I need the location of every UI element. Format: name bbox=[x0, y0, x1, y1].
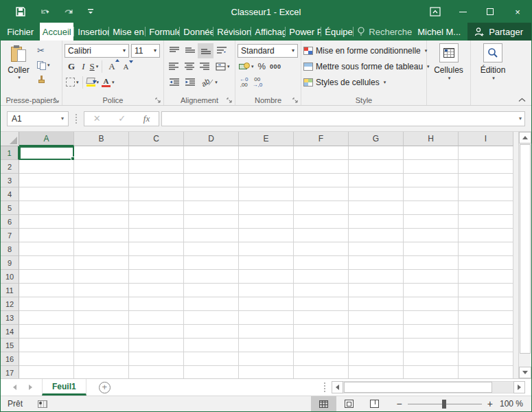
cell-C10[interactable] bbox=[129, 270, 184, 284]
row-header-2[interactable]: 2 bbox=[1, 160, 19, 174]
font-dialog-launcher-icon[interactable] bbox=[155, 98, 161, 104]
cell-D17[interactable] bbox=[184, 366, 239, 378]
cell-D15[interactable] bbox=[184, 339, 239, 352]
cell-C3[interactable] bbox=[129, 174, 184, 187]
cell-B17[interactable] bbox=[74, 366, 129, 378]
cell-F10[interactable] bbox=[294, 270, 349, 284]
horizontal-scrollbar-thumb[interactable] bbox=[344, 382, 492, 393]
user-account[interactable]: Michel M... bbox=[412, 23, 466, 41]
cell-H9[interactable] bbox=[404, 256, 459, 270]
editing-button[interactable]: Édition ▾ bbox=[471, 41, 515, 105]
cell-I2[interactable] bbox=[459, 160, 513, 174]
paste-button[interactable]: Coller ▾ bbox=[3, 43, 34, 94]
cell-F8[interactable] bbox=[294, 242, 349, 256]
cell-H4[interactable] bbox=[404, 187, 459, 201]
formula-bar-resize-handle[interactable] bbox=[76, 114, 77, 124]
tab-révision[interactable]: Révision bbox=[213, 23, 251, 41]
format-painter-button[interactable] bbox=[36, 73, 51, 88]
cell-I17[interactable] bbox=[459, 366, 513, 378]
cell-F14[interactable] bbox=[294, 325, 349, 339]
cell-I15[interactable] bbox=[459, 339, 513, 352]
cell-G2[interactable] bbox=[349, 160, 404, 174]
column-header-F[interactable]: F bbox=[294, 132, 349, 146]
row-header-7[interactable]: 7 bbox=[1, 229, 19, 242]
cell-F2[interactable] bbox=[294, 160, 349, 174]
cell-B5[interactable] bbox=[74, 201, 129, 215]
cell-C17[interactable] bbox=[129, 366, 184, 378]
cell-A1[interactable] bbox=[19, 146, 74, 160]
cells-dropdown-icon[interactable]: ▾ bbox=[448, 76, 451, 81]
cell-C14[interactable] bbox=[129, 325, 184, 339]
tab-power-pivot[interactable]: Power Pivot bbox=[285, 23, 321, 41]
cell-F9[interactable] bbox=[294, 256, 349, 270]
cell-B16[interactable] bbox=[74, 352, 129, 366]
cell-B14[interactable] bbox=[74, 325, 129, 339]
cell-G5[interactable] bbox=[349, 201, 404, 215]
column-header-H[interactable]: H bbox=[404, 132, 459, 146]
clipboard-dialog-launcher-icon[interactable] bbox=[54, 98, 60, 104]
cell-F7[interactable] bbox=[294, 229, 349, 242]
decrease-decimal-button[interactable]: 00 →,0 bbox=[250, 77, 264, 88]
fill-color-button[interactable]: ▾ bbox=[85, 75, 101, 90]
font-color-button[interactable]: A ▾ bbox=[100, 75, 116, 90]
vertical-scrollbar[interactable] bbox=[518, 132, 531, 378]
cell-F11[interactable] bbox=[294, 284, 349, 297]
column-header-E[interactable]: E bbox=[239, 132, 294, 146]
cell-D3[interactable] bbox=[184, 174, 239, 187]
row-header-16[interactable]: 16 bbox=[1, 352, 19, 366]
share-button[interactable]: Partager bbox=[467, 23, 531, 41]
cell-styles-button[interactable]: Styles de cellules▾ bbox=[303, 74, 424, 90]
cell-I10[interactable] bbox=[459, 270, 513, 284]
row-header-1[interactable]: 1 bbox=[1, 146, 19, 160]
cell-D16[interactable] bbox=[184, 352, 239, 366]
cell-I1[interactable] bbox=[459, 146, 513, 160]
cell-H6[interactable] bbox=[404, 215, 459, 229]
cell-D11[interactable] bbox=[184, 284, 239, 297]
cell-F17[interactable] bbox=[294, 366, 349, 378]
undo-button[interactable]: ▾ bbox=[32, 1, 56, 23]
cell-D14[interactable] bbox=[184, 325, 239, 339]
confirm-entry-icon[interactable]: ✓ bbox=[118, 113, 126, 124]
cell-C11[interactable] bbox=[129, 284, 184, 297]
cell-F15[interactable] bbox=[294, 339, 349, 352]
cell-C9[interactable] bbox=[129, 256, 184, 270]
vertical-scrollbar-thumb[interactable] bbox=[520, 144, 531, 354]
cells-button[interactable]: Cellules ▾ bbox=[427, 41, 471, 105]
tab-accueil[interactable]: Accueil bbox=[40, 23, 73, 41]
cell-H2[interactable] bbox=[404, 160, 459, 174]
cell-D9[interactable] bbox=[184, 256, 239, 270]
cell-I7[interactable] bbox=[459, 229, 513, 242]
row-header-12[interactable]: 12 bbox=[1, 297, 19, 311]
conditional-formatting-button[interactable]: Mise en forme conditionnelle▾ bbox=[303, 43, 424, 58]
save-button[interactable] bbox=[9, 1, 32, 23]
cell-B3[interactable] bbox=[74, 174, 129, 187]
row-header-6[interactable]: 6 bbox=[1, 215, 19, 229]
cell-B9[interactable] bbox=[74, 256, 129, 270]
cell-C6[interactable] bbox=[129, 215, 184, 229]
cell-E4[interactable] bbox=[239, 187, 294, 201]
cell-E9[interactable] bbox=[239, 256, 294, 270]
cell-G4[interactable] bbox=[349, 187, 404, 201]
zoom-slider-thumb[interactable] bbox=[442, 400, 446, 409]
ribbon-display-options-button[interactable] bbox=[421, 1, 449, 23]
cell-E17[interactable] bbox=[239, 366, 294, 378]
cell-G6[interactable] bbox=[349, 215, 404, 229]
cell-G16[interactable] bbox=[349, 352, 404, 366]
cell-D10[interactable] bbox=[184, 270, 239, 284]
cell-B7[interactable] bbox=[74, 229, 129, 242]
cell-I12[interactable] bbox=[459, 297, 513, 311]
cell-F16[interactable] bbox=[294, 352, 349, 366]
increase-font-size-button[interactable]: A bbox=[104, 59, 119, 74]
cell-G17[interactable] bbox=[349, 366, 404, 378]
cell-B8[interactable] bbox=[74, 242, 129, 256]
tab-affichage[interactable]: Affichage bbox=[251, 23, 285, 41]
next-sheet-icon[interactable] bbox=[29, 385, 32, 390]
cell-B11[interactable] bbox=[74, 284, 129, 297]
row-header-9[interactable]: 9 bbox=[1, 256, 19, 270]
row-header-11[interactable]: 11 bbox=[1, 284, 19, 297]
sheet-tab-feuil1[interactable]: Feuil1 bbox=[42, 379, 86, 396]
cell-B12[interactable] bbox=[74, 297, 129, 311]
align-right-button[interactable] bbox=[197, 59, 213, 74]
cell-H14[interactable] bbox=[404, 325, 459, 339]
expand-formula-bar-icon[interactable]: ▾ bbox=[519, 115, 522, 122]
